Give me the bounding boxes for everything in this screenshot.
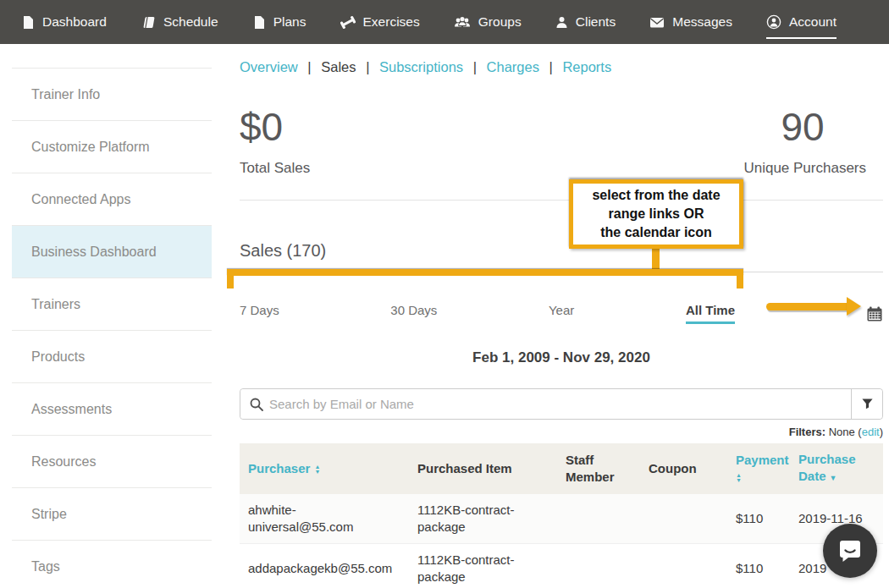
sidebar-item-trainers[interactable]: Trainers (12, 278, 212, 330)
filter-button[interactable] (851, 389, 882, 419)
book-icon (141, 15, 156, 30)
column-staff-member: Staff Member (557, 443, 640, 494)
tab-subscriptions[interactable]: Subscriptions (379, 59, 463, 74)
total-sales-label: Total Sales (240, 160, 310, 177)
column-payment[interactable]: Payment▲▼ (727, 443, 790, 494)
filters-status: Filters: None (edit) (240, 426, 883, 438)
table-row[interactable]: ahwhite-universal@55.com 1112KB-contract… (240, 494, 883, 544)
annotation-callout: select from the date range links OR the … (569, 179, 743, 249)
stat-unique-purchasers: 90 Unique Purchasers (743, 107, 866, 177)
date-range-30-days[interactable]: 30 Days (390, 303, 437, 324)
page: Dashboard Schedule Plans Exercises Group… (0, 0, 889, 588)
cell-payment: $110 (727, 544, 790, 588)
date-range-7-days[interactable]: 7 Days (240, 303, 279, 324)
top-nav: Dashboard Schedule Plans Exercises Group… (0, 0, 889, 44)
envelope-icon (649, 16, 665, 29)
search-input[interactable] (240, 389, 851, 419)
edit-filters-link[interactable]: edit (862, 426, 880, 438)
nav-item-dashboard[interactable]: Dashboard (21, 0, 107, 44)
date-filter-row: 7 Days 30 Days Year All Time (240, 272, 883, 324)
search-icon (249, 397, 264, 412)
cell-purchased-item: 1112KB-contract-package (409, 544, 557, 588)
nav-label: Messages (672, 14, 732, 30)
groups-icon (454, 15, 471, 30)
chat-icon (837, 537, 864, 564)
sidebar-item-tags[interactable]: Tags (12, 540, 212, 588)
document-icon (252, 15, 266, 30)
cell-coupon (640, 494, 727, 544)
sales-table: Purchaser▲▼ Purchased Item Staff Member … (240, 443, 883, 588)
tab-reports[interactable]: Reports (562, 59, 611, 74)
annotation-arrow-head (847, 297, 861, 316)
calendar-icon[interactable] (866, 305, 883, 322)
total-sales-value: $0 (240, 107, 310, 146)
client-icon (555, 15, 568, 30)
main-content: Overview | Sales | Subscriptions | Charg… (220, 44, 889, 588)
unique-purchasers-label: Unique Purchasers (743, 160, 866, 177)
column-coupon: Coupon (640, 443, 727, 494)
sales-heading: Sales (170) (240, 241, 883, 261)
document-icon (21, 15, 35, 30)
column-purchased-item: Purchased Item (409, 443, 557, 494)
annotation-connector (652, 247, 660, 270)
annotation-bracket-right-cap (737, 269, 743, 289)
selected-date-range: Feb 1, 2009 - Nov 29, 2020 (240, 349, 883, 366)
annotation-bracket-left-cap (227, 269, 234, 289)
sidebar: Trainer Info Customize Platform Connecte… (0, 44, 220, 588)
cell-coupon (640, 544, 727, 588)
search-bar (240, 388, 883, 420)
sidebar-item-trainer-info[interactable]: Trainer Info (12, 68, 212, 120)
cell-payment: $110 (727, 494, 790, 544)
nav-item-schedule[interactable]: Schedule (141, 0, 218, 44)
cell-staff-member (557, 544, 640, 588)
tab-sales[interactable]: Sales (321, 59, 356, 74)
nav-label: Exercises (363, 14, 420, 30)
tab-overview[interactable]: Overview (240, 59, 298, 74)
nav-label: Dashboard (42, 14, 107, 30)
dumbbell-icon (340, 15, 356, 30)
sidebar-item-products[interactable]: Products (12, 330, 212, 382)
nav-item-plans[interactable]: Plans (252, 0, 306, 44)
annotation-bracket (227, 269, 743, 276)
breadcrumb: Overview | Sales | Subscriptions | Charg… (240, 59, 883, 75)
nav-label: Schedule (163, 14, 218, 30)
cell-purchased-item: 1112KB-contract-package (409, 494, 557, 544)
stat-total-sales: $0 Total Sales (240, 107, 310, 177)
sidebar-item-business-dashboard[interactable]: Business Dashboard (12, 225, 212, 278)
sort-icon: ▲▼ (736, 473, 742, 483)
tab-charges[interactable]: Charges (487, 59, 539, 74)
nav-label: Groups (478, 14, 522, 30)
funnel-icon (861, 398, 874, 410)
nav-label: Account (789, 14, 837, 30)
sidebar-item-customize-platform[interactable]: Customize Platform (12, 120, 212, 173)
table-header-row: Purchaser▲▼ Purchased Item Staff Member … (240, 443, 883, 494)
table-row[interactable]: addapackagekb@55.com 1112KB-contract-pac… (240, 544, 883, 588)
cell-purchaser: ahwhite-universal@55.com (240, 494, 409, 544)
annotation-arrow (766, 303, 849, 310)
chat-launcher-button[interactable] (823, 524, 877, 578)
sidebar-item-connected-apps[interactable]: Connected Apps (12, 173, 212, 225)
column-purchase-date[interactable]: Purchase Date▼ (790, 443, 883, 494)
cell-purchaser: addapackagekb@55.com (240, 544, 409, 588)
nav-item-exercises[interactable]: Exercises (340, 0, 420, 44)
sort-icon: ▲▼ (314, 464, 320, 475)
nav-item-clients[interactable]: Clients (555, 0, 616, 44)
nav-label: Clients (576, 14, 616, 30)
sidebar-item-resources[interactable]: Resources (12, 435, 212, 487)
nav-label: Plans (273, 14, 306, 30)
nav-item-messages[interactable]: Messages (649, 0, 732, 44)
cell-staff-member (557, 494, 640, 544)
nav-item-account[interactable]: Account (766, 0, 837, 44)
date-range-all-time[interactable]: All Time (686, 303, 735, 324)
unique-purchasers-value: 90 (781, 107, 866, 146)
column-purchaser[interactable]: Purchaser▲▼ (240, 443, 409, 494)
sort-desc-icon: ▼ (830, 474, 837, 482)
sidebar-item-stripe[interactable]: Stripe (12, 487, 212, 540)
nav-item-groups[interactable]: Groups (454, 0, 522, 44)
account-icon (766, 14, 781, 30)
stats-row: $0 Total Sales 90 Unique Purchasers (240, 107, 883, 201)
sidebar-item-assessments[interactable]: Assessments (12, 382, 212, 435)
date-range-year[interactable]: Year (549, 303, 574, 324)
